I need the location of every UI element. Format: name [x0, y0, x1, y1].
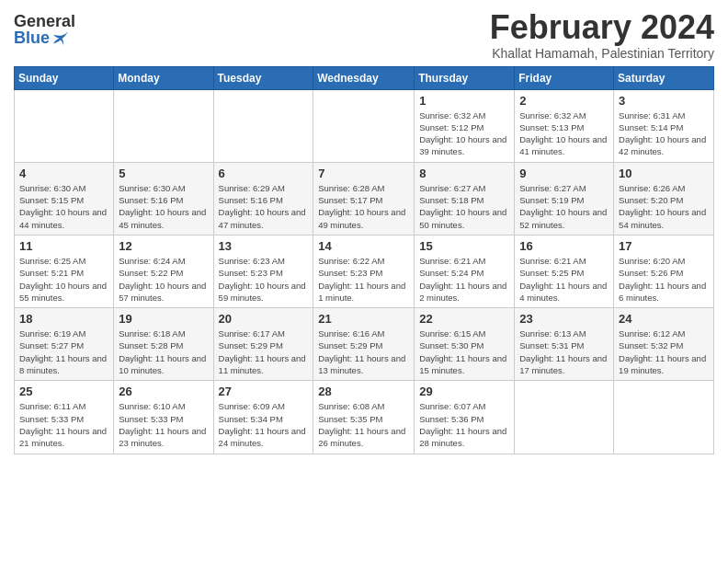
day-info: Sunrise: 6:07 AM Sunset: 5:36 PM Dayligh…	[419, 400, 509, 449]
day-info: Sunrise: 6:09 AM Sunset: 5:34 PM Dayligh…	[219, 400, 309, 449]
day-info: Sunrise: 6:29 AM Sunset: 5:16 PM Dayligh…	[219, 182, 309, 231]
day-number: 1	[419, 94, 509, 108]
calendar-day-header: Wednesday	[313, 66, 415, 89]
day-number: 27	[219, 385, 309, 398]
calendar-week-row: 18Sunrise: 6:19 AM Sunset: 5:27 PM Dayli…	[15, 308, 714, 381]
calendar-cell	[213, 89, 313, 162]
day-number: 20	[219, 312, 309, 326]
calendar-week-row: 4Sunrise: 6:30 AM Sunset: 5:15 PM Daylig…	[15, 162, 714, 235]
day-info: Sunrise: 6:22 AM Sunset: 5:23 PM Dayligh…	[318, 255, 409, 304]
day-number: 9	[519, 167, 609, 180]
day-info: Sunrise: 6:15 AM Sunset: 5:30 PM Dayligh…	[419, 327, 509, 376]
calendar-cell: 28Sunrise: 6:08 AM Sunset: 5:35 PM Dayli…	[313, 381, 415, 454]
calendar-cell: 27Sunrise: 6:09 AM Sunset: 5:34 PM Dayli…	[213, 381, 313, 454]
day-info: Sunrise: 6:27 AM Sunset: 5:19 PM Dayligh…	[519, 182, 609, 231]
day-info: Sunrise: 6:13 AM Sunset: 5:31 PM Dayligh…	[519, 327, 609, 376]
day-info: Sunrise: 6:32 AM Sunset: 5:12 PM Dayligh…	[419, 109, 509, 158]
calendar-cell: 18Sunrise: 6:19 AM Sunset: 5:27 PM Dayli…	[15, 308, 114, 381]
day-number: 8	[419, 167, 509, 180]
calendar-cell: 22Sunrise: 6:15 AM Sunset: 5:30 PM Dayli…	[415, 308, 515, 381]
calendar-cell	[313, 89, 415, 162]
calendar-week-row: 1Sunrise: 6:32 AM Sunset: 5:12 PM Daylig…	[15, 89, 714, 162]
calendar-table: SundayMondayTuesdayWednesdayThursdayFrid…	[14, 66, 714, 454]
day-info: Sunrise: 6:18 AM Sunset: 5:28 PM Dayligh…	[119, 327, 208, 376]
day-info: Sunrise: 6:27 AM Sunset: 5:18 PM Dayligh…	[419, 182, 509, 231]
day-number: 28	[318, 385, 409, 398]
calendar-cell: 21Sunrise: 6:16 AM Sunset: 5:29 PM Dayli…	[313, 308, 415, 381]
calendar-day-header: Saturday	[614, 66, 714, 89]
day-number: 26	[119, 385, 208, 398]
calendar-day-header: Friday	[515, 66, 614, 89]
calendar-week-row: 25Sunrise: 6:11 AM Sunset: 5:33 PM Dayli…	[15, 381, 714, 454]
day-number: 15	[419, 239, 509, 253]
day-number: 17	[619, 239, 709, 253]
day-info: Sunrise: 6:16 AM Sunset: 5:29 PM Dayligh…	[318, 327, 409, 376]
calendar-cell: 17Sunrise: 6:20 AM Sunset: 5:26 PM Dayli…	[614, 235, 714, 307]
logo-bird-icon	[51, 30, 70, 45]
day-number: 11	[19, 239, 108, 253]
calendar-day-header: Thursday	[415, 66, 515, 89]
calendar-cell: 13Sunrise: 6:23 AM Sunset: 5:23 PM Dayli…	[213, 235, 313, 307]
calendar-cell: 7Sunrise: 6:28 AM Sunset: 5:17 PM Daylig…	[313, 162, 415, 235]
calendar-cell: 16Sunrise: 6:21 AM Sunset: 5:25 PM Dayli…	[515, 235, 614, 307]
calendar-day-header: Monday	[114, 66, 213, 89]
calendar-cell: 29Sunrise: 6:07 AM Sunset: 5:36 PM Dayli…	[415, 381, 515, 454]
calendar-cell: 1Sunrise: 6:32 AM Sunset: 5:12 PM Daylig…	[415, 89, 515, 162]
day-info: Sunrise: 6:32 AM Sunset: 5:13 PM Dayligh…	[519, 109, 609, 158]
day-info: Sunrise: 6:21 AM Sunset: 5:24 PM Dayligh…	[419, 255, 509, 304]
day-info: Sunrise: 6:21 AM Sunset: 5:25 PM Dayligh…	[519, 255, 609, 304]
day-info: Sunrise: 6:24 AM Sunset: 5:22 PM Dayligh…	[119, 255, 208, 304]
day-number: 10	[619, 167, 709, 180]
day-number: 4	[19, 167, 108, 180]
day-number: 3	[619, 94, 709, 108]
day-info: Sunrise: 6:08 AM Sunset: 5:35 PM Dayligh…	[318, 400, 409, 449]
day-info: Sunrise: 6:20 AM Sunset: 5:26 PM Dayligh…	[619, 255, 709, 304]
calendar-cell: 11Sunrise: 6:25 AM Sunset: 5:21 PM Dayli…	[15, 235, 114, 307]
calendar-cell: 20Sunrise: 6:17 AM Sunset: 5:29 PM Dayli…	[213, 308, 313, 381]
calendar-cell: 8Sunrise: 6:27 AM Sunset: 5:18 PM Daylig…	[415, 162, 515, 235]
day-number: 23	[519, 312, 609, 326]
calendar-cell: 6Sunrise: 6:29 AM Sunset: 5:16 PM Daylig…	[213, 162, 313, 235]
calendar-cell	[114, 89, 213, 162]
month-title: February 2024	[490, 9, 714, 46]
day-number: 18	[19, 312, 108, 326]
calendar-week-row: 11Sunrise: 6:25 AM Sunset: 5:21 PM Dayli…	[15, 235, 714, 307]
day-number: 22	[419, 312, 509, 326]
location-subtitle: Khallat Hamamah, Palestinian Territory	[490, 46, 714, 61]
calendar-cell: 24Sunrise: 6:12 AM Sunset: 5:32 PM Dayli…	[614, 308, 714, 381]
day-number: 16	[519, 239, 609, 253]
day-number: 6	[219, 167, 309, 180]
calendar-cell	[614, 381, 714, 454]
page-header: General Blue February 2024 Khallat Hamam…	[14, 9, 714, 61]
day-info: Sunrise: 6:26 AM Sunset: 5:20 PM Dayligh…	[619, 182, 709, 231]
day-info: Sunrise: 6:30 AM Sunset: 5:16 PM Dayligh…	[119, 182, 208, 231]
day-info: Sunrise: 6:25 AM Sunset: 5:21 PM Dayligh…	[19, 255, 108, 304]
calendar-cell: 2Sunrise: 6:32 AM Sunset: 5:13 PM Daylig…	[515, 89, 614, 162]
logo-general-text: General	[14, 13, 75, 29]
logo: General Blue	[14, 13, 75, 46]
day-info: Sunrise: 6:10 AM Sunset: 5:33 PM Dayligh…	[119, 400, 208, 449]
calendar-cell: 25Sunrise: 6:11 AM Sunset: 5:33 PM Dayli…	[15, 381, 114, 454]
day-info: Sunrise: 6:30 AM Sunset: 5:15 PM Dayligh…	[19, 182, 108, 231]
calendar-day-header: Tuesday	[213, 66, 313, 89]
day-info: Sunrise: 6:11 AM Sunset: 5:33 PM Dayligh…	[19, 400, 108, 449]
calendar-cell: 19Sunrise: 6:18 AM Sunset: 5:28 PM Dayli…	[114, 308, 213, 381]
day-info: Sunrise: 6:23 AM Sunset: 5:23 PM Dayligh…	[219, 255, 309, 304]
day-number: 14	[318, 239, 409, 253]
calendar-cell: 9Sunrise: 6:27 AM Sunset: 5:19 PM Daylig…	[515, 162, 614, 235]
calendar-cell: 5Sunrise: 6:30 AM Sunset: 5:16 PM Daylig…	[114, 162, 213, 235]
day-info: Sunrise: 6:17 AM Sunset: 5:29 PM Dayligh…	[219, 327, 309, 376]
calendar-header-row: SundayMondayTuesdayWednesdayThursdayFrid…	[15, 66, 714, 89]
day-number: 2	[519, 94, 609, 108]
day-info: Sunrise: 6:19 AM Sunset: 5:27 PM Dayligh…	[19, 327, 108, 376]
day-number: 12	[119, 239, 208, 253]
calendar-cell: 3Sunrise: 6:31 AM Sunset: 5:14 PM Daylig…	[614, 89, 714, 162]
day-number: 25	[19, 385, 108, 398]
day-number: 24	[619, 312, 709, 326]
calendar-day-header: Sunday	[15, 66, 114, 89]
day-number: 19	[119, 312, 208, 326]
day-info: Sunrise: 6:12 AM Sunset: 5:32 PM Dayligh…	[619, 327, 709, 376]
calendar-cell: 12Sunrise: 6:24 AM Sunset: 5:22 PM Dayli…	[114, 235, 213, 307]
day-info: Sunrise: 6:28 AM Sunset: 5:17 PM Dayligh…	[318, 182, 409, 231]
day-number: 21	[318, 312, 409, 326]
